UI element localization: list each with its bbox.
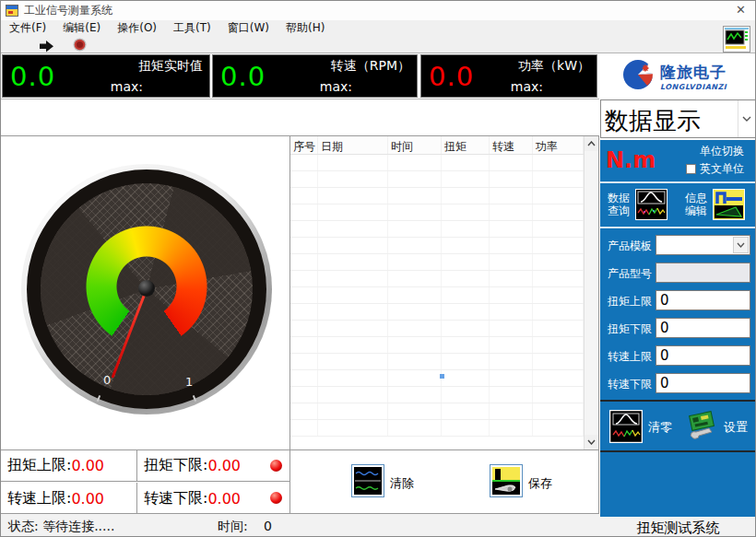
table-row [290, 403, 585, 420]
time-label: 时间: [218, 519, 248, 535]
unit-switch-label: 单位切换 [700, 144, 744, 159]
english-unit-label: 英文单位 [700, 161, 744, 177]
table-row [290, 337, 585, 354]
speed-alarm-led [270, 492, 282, 504]
product-template-label: 产品模板 [600, 239, 652, 254]
gauge-panel: 0 1 [1, 136, 290, 450]
query-edit-section: 数据查询 信息编辑 [600, 183, 756, 227]
table-row [290, 238, 585, 254]
speed-lower-readout: 转速下限:0.00 [137, 483, 289, 514]
table-row [290, 271, 585, 287]
zero-button[interactable] [609, 410, 643, 443]
table-row [290, 254, 585, 271]
data-table[interactable]: 序号 日期 时间 扭矩 转速 功率 [290, 136, 599, 450]
window-title: 工业信号测量系统 [24, 3, 112, 18]
speed-upper-limit-label: 转速上限 [600, 349, 652, 365]
product-form-section: 产品模板 产品型号 扭矩上限 0 扭矩下限 0 转速上限 0 [600, 228, 756, 400]
product-model-field[interactable] [656, 263, 750, 283]
logo-mark-icon [622, 59, 654, 94]
gauge-hub [138, 280, 155, 297]
vi-panel-icon[interactable] [723, 26, 750, 53]
speed-value: 0.0 [220, 64, 266, 90]
english-unit-checkbox[interactable] [686, 164, 696, 174]
title-bar: 工业信号测量系统 ✕ [1, 1, 755, 20]
table-header: 序号 日期 时间 扭矩 转速 功率 [290, 136, 585, 155]
settings-label: 设置 [724, 419, 748, 436]
table-row [290, 221, 585, 238]
speed-label: 转速（RPM） [331, 58, 410, 75]
torque-max-label: max: [111, 79, 143, 94]
display-mode-combo[interactable]: 数据显示 [600, 99, 756, 138]
torque-meter: 0.0 扭矩实时值 max: [2, 54, 210, 98]
table-row [290, 204, 585, 221]
status-bar: 状态: 等待连接..... 时间: 0 [1, 514, 600, 537]
torque-upper-limit-field[interactable]: 0 [656, 290, 750, 310]
torque-gauge: 0 1 [21, 164, 272, 414]
table-row [290, 304, 585, 321]
control-sidebar: N.m 单位切换 英文单位 数据查询 [600, 140, 756, 517]
app-window: 工业信号测量系统 ✕ 文件(F) 编辑(E) 操作(O) 工具(T) 窗口(W)… [0, 0, 756, 537]
empty-section [600, 452, 756, 519]
data-query-button[interactable] [635, 189, 667, 220]
col-power: 功率 [533, 136, 584, 154]
torque-label: 扭矩实时值 [138, 58, 203, 75]
limits-panel: 扭矩上限:0.00 扭矩下限:0.00 转速上限:0.00 转速下限:0.00 [1, 450, 290, 514]
speed-lower-limit-field[interactable]: 0 [656, 373, 750, 393]
speed-lower-limit-label: 转速下限 [600, 377, 652, 392]
table-row [290, 354, 585, 370]
save-label: 保存 [528, 475, 552, 492]
gauge-max-label: 1 [185, 375, 193, 389]
torque-lower-limit-label: 扭矩下限 [600, 321, 652, 337]
unit-value: N.m [606, 147, 656, 173]
scroll-up-icon[interactable] [585, 136, 598, 151]
info-edit-button[interactable] [713, 189, 745, 220]
actions-section: 清零 设置 [600, 402, 756, 450]
logo-subtitle: LONGLVDIANZI [660, 83, 726, 91]
zero-label: 清零 [648, 419, 672, 436]
table-body [290, 155, 585, 449]
table-row [290, 155, 585, 171]
col-time: 时间 [388, 136, 442, 154]
table-row [290, 387, 585, 403]
info-edit-label: 信息编辑 [685, 192, 707, 217]
chevron-down-icon[interactable] [738, 100, 755, 137]
menu-file[interactable]: 文件(F) [1, 20, 54, 36]
table-actions-panel: 清除 保存 [290, 450, 599, 514]
menu-window[interactable]: 窗口(W) [219, 20, 278, 36]
power-max-label: max: [511, 79, 543, 94]
brand-logo: 隆旅电子 LONGLVDIANZI [600, 54, 756, 98]
speed-upper-limit-field[interactable]: 0 [656, 345, 750, 366]
save-button[interactable] [490, 464, 523, 497]
table-scrollbar[interactable] [584, 136, 598, 449]
col-speed: 转速 [490, 136, 533, 154]
table-row [290, 188, 585, 204]
torque-lower-readout: 扭矩下限:0.00 [137, 450, 289, 482]
table-row [290, 370, 585, 387]
menu-bar: 文件(F) 编辑(E) 操作(O) 工具(T) 窗口(W) 帮助(H) [1, 20, 755, 36]
power-value: 0.0 [429, 64, 474, 90]
torque-lower-limit-field[interactable]: 0 [656, 318, 750, 338]
system-name: 扭矩测试系统 [600, 517, 756, 537]
torque-alarm-led [270, 460, 282, 472]
clear-button[interactable] [351, 464, 384, 497]
power-label: 功率（kW） [518, 58, 590, 75]
torque-upper-readout: 扭矩上限:0.00 [1, 450, 137, 482]
table-row [290, 287, 585, 304]
menu-edit[interactable]: 编辑(E) [54, 20, 109, 36]
scroll-down-icon[interactable] [585, 435, 598, 449]
torque-upper-limit-label: 扭矩上限 [600, 294, 652, 309]
toolbar [1, 36, 755, 53]
menu-help[interactable]: 帮助(H) [278, 20, 333, 36]
connection-status: 状态: 等待连接..... [8, 519, 114, 535]
close-icon[interactable]: ✕ [736, 3, 746, 17]
stop-icon[interactable] [73, 38, 87, 55]
settings-button[interactable] [685, 410, 718, 443]
chevron-down-icon[interactable] [733, 237, 749, 253]
speed-meter: 0.0 转速（RPM） max: [212, 54, 418, 98]
menu-tools[interactable]: 工具(T) [165, 20, 219, 36]
col-torque: 扭矩 [442, 136, 490, 154]
menu-operate[interactable]: 操作(O) [109, 20, 165, 36]
table-row [290, 171, 585, 188]
table-row [290, 321, 585, 337]
col-index: 序号 [290, 136, 318, 154]
